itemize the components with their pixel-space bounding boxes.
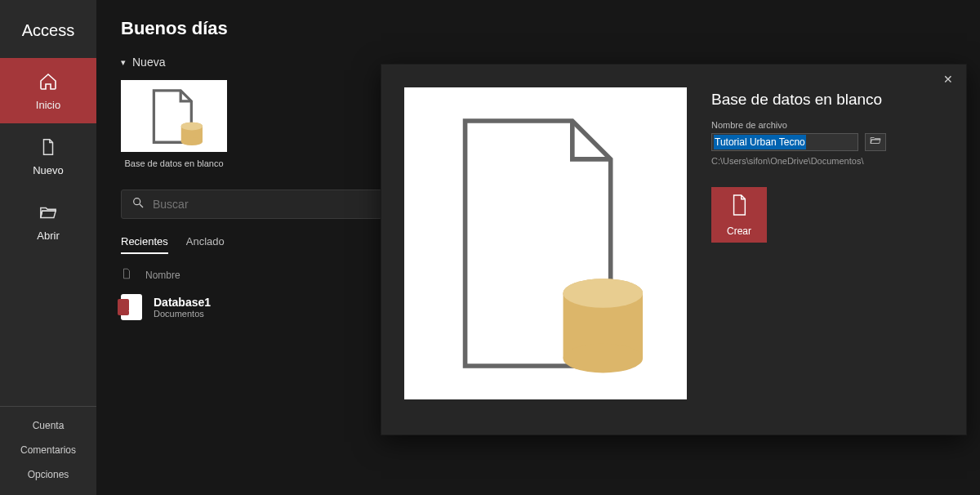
search-input[interactable] — [153, 198, 372, 211]
template-blank-db[interactable]: Base de datos en blanco — [121, 80, 227, 168]
sidebar-bottom: Cuenta Comentarios Opciones — [0, 406, 96, 487]
app-root: Access Inicio Nuevo Abrir C — [0, 0, 980, 495]
filename-value: Tutorial Urban Tecno — [714, 135, 806, 149]
access-file-icon: A — [121, 294, 142, 320]
sidebar-options[interactable]: Opciones — [0, 462, 96, 487]
search-icon — [131, 196, 145, 212]
svg-point-8 — [564, 344, 644, 373]
tab-recent[interactable]: Recientes — [121, 235, 168, 254]
template-thumb — [121, 80, 227, 152]
greeting: Buenos días — [121, 18, 956, 39]
chevron-down-icon: ▾ — [121, 57, 126, 68]
tab-pinned[interactable]: Anclado — [186, 235, 225, 254]
search-box[interactable] — [121, 190, 382, 219]
open-folder-icon — [869, 135, 882, 149]
close-button[interactable]: ✕ — [937, 69, 960, 89]
svg-point-2 — [181, 137, 203, 145]
new-file-icon — [38, 136, 59, 158]
new-file-icon — [730, 194, 748, 219]
filename-label: Nombre de archivo — [711, 120, 951, 130]
modal-form: Base de datos en blanco Nombre de archiv… — [711, 87, 951, 418]
browse-button[interactable] — [865, 133, 886, 151]
list-header-name: Nombre — [145, 270, 180, 281]
section-new-label: Nueva — [132, 56, 165, 69]
sidebar: Access Inicio Nuevo Abrir C — [0, 0, 96, 495]
filename-row: Tutorial Urban Tecno — [711, 133, 951, 151]
close-icon: ✕ — [943, 73, 953, 86]
nav-label: Abrir — [37, 230, 59, 242]
recent-file-name: Database1 — [154, 296, 211, 309]
svg-point-9 — [564, 279, 644, 308]
nav-home[interactable]: Inicio — [0, 58, 96, 123]
nav-label: Inicio — [36, 99, 60, 111]
main: Buenos días ▾ Nueva Base de datos en b — [96, 0, 980, 495]
svg-point-3 — [181, 123, 203, 131]
template-preview — [404, 87, 687, 399]
sidebar-top: Access Inicio Nuevo Abrir — [0, 0, 96, 254]
app-brand: Access — [0, 0, 96, 58]
recent-file-location: Documentos — [154, 309, 211, 319]
recent-texts: Database1 Documentos — [154, 296, 211, 319]
home-icon — [38, 71, 59, 92]
create-label: Crear — [727, 225, 751, 237]
nav-label: Nuevo — [33, 164, 64, 176]
template-label: Base de datos en blanco — [121, 158, 227, 168]
nav-open[interactable]: Abrir — [0, 189, 96, 254]
create-button[interactable]: Crear — [711, 187, 767, 243]
svg-line-5 — [140, 204, 143, 207]
nav-new[interactable]: Nuevo — [0, 123, 96, 189]
modal-title: Base de datos en blanco — [711, 91, 951, 109]
modal-body: Base de datos en blanco Nombre de archiv… — [396, 76, 951, 418]
filename-input[interactable]: Tutorial Urban Tecno — [711, 133, 858, 151]
save-path: C:\Users\sifon\OneDrive\Documentos\ — [711, 156, 951, 166]
sidebar-account[interactable]: Cuenta — [0, 413, 96, 438]
open-folder-icon — [38, 202, 59, 223]
new-db-modal: ✕ Base de datos en blanco Nombre de arc — [381, 64, 967, 435]
sidebar-feedback[interactable]: Comentarios — [0, 438, 96, 462]
svg-point-4 — [134, 198, 140, 205]
file-outline-icon — [121, 267, 134, 283]
